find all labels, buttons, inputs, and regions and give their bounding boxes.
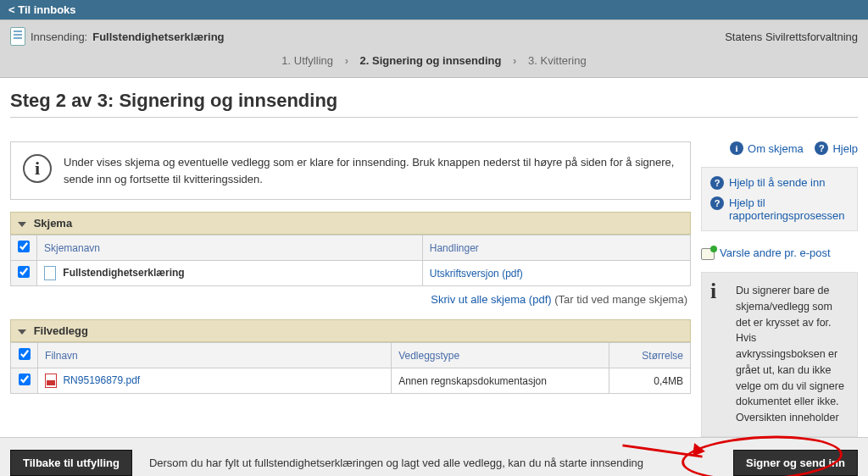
filvedlegg-select-all-checkbox[interactable] xyxy=(19,348,31,360)
notify-others-link[interactable]: Varsle andre pr. e-post xyxy=(720,246,831,260)
organization-label: Statens Sivilrettsforvaltning xyxy=(725,30,858,43)
page-heading-prefix: Steg 2 av 3: xyxy=(10,90,114,111)
filvedlegg-row: RN95196879.pdf Annen regnskapsdokumentas… xyxy=(11,368,691,394)
collapse-icon xyxy=(18,329,26,335)
print-version-link[interactable]: Utskriftsversjon (pdf) xyxy=(430,268,523,280)
step-3: 3. Kvittering xyxy=(523,54,592,67)
pdf-icon xyxy=(45,374,57,388)
header-title-label: Innsending: xyxy=(31,30,87,43)
filvedlegg-col-size[interactable]: Størrelse xyxy=(609,343,690,368)
skjema-col-check xyxy=(11,235,37,261)
signing-info-text: Du signerer bare de skjema/vedlegg som d… xyxy=(736,283,849,426)
print-all-row: Skriv ut alle skjema (pdf) (Tar tid ved … xyxy=(10,286,691,319)
info-icon: i xyxy=(710,283,729,302)
document-icon xyxy=(44,266,56,280)
skjema-col-actions[interactable]: Handlinger xyxy=(422,235,690,261)
chevron-icon: › xyxy=(342,54,352,67)
filvedlegg-col-type[interactable]: Vedleggstype xyxy=(392,343,609,368)
print-all-note: (Tar tid ved mange skjema) xyxy=(554,293,687,306)
filvedlegg-col-check xyxy=(11,343,38,368)
skjema-panel-header[interactable]: Skjema xyxy=(10,212,691,235)
back-to-filling-button[interactable]: Tilbake til utfylling xyxy=(10,450,132,476)
help-icon: ? xyxy=(710,176,724,190)
skjema-table: Skjemanavn Handlinger Fullstendighetserk… xyxy=(10,235,691,286)
info-box: i Under vises skjema og eventuelle vedle… xyxy=(10,141,691,200)
footer-bar: Tilbake til utfylling Dersom du har fylt… xyxy=(0,437,868,476)
help-send-link[interactable]: Hjelp til å sende inn xyxy=(729,176,825,190)
document-icon xyxy=(10,27,25,46)
signing-info-panel: i Du signerer bare de skjema/vedlegg som… xyxy=(701,272,858,437)
help-icon: ? xyxy=(710,196,724,210)
help-reporting-link[interactable]: Hjelp til rapporteringsprosessen xyxy=(729,196,849,222)
page-heading: Steg 2 av 3: Signering og innsending xyxy=(10,90,858,118)
filvedlegg-size: 0,4MB xyxy=(609,368,690,394)
chevron-icon: › xyxy=(509,54,520,67)
filvedlegg-type: Annen regnskapsdokumentasjon xyxy=(392,368,609,394)
print-all-link[interactable]: Skriv ut alle skjema (pdf) xyxy=(431,293,551,306)
skjema-row: Fullstendighetserklæring Utskriftsversjo… xyxy=(11,261,691,286)
step-indicator: 1. Utfylling › 2. Signering og innsendin… xyxy=(10,54,858,67)
skjema-col-name[interactable]: Skjemanavn xyxy=(37,235,423,261)
filvedlegg-panel-header[interactable]: Filvedlegg xyxy=(10,319,691,342)
info-icon: i xyxy=(730,141,743,155)
filvedlegg-col-name[interactable]: Filnavn xyxy=(38,343,392,368)
hjelp-link[interactable]: Hjelp xyxy=(832,142,858,155)
filename-link[interactable]: RN95196879.pdf xyxy=(63,374,140,386)
email-notify-icon xyxy=(701,248,715,260)
step-2: 2. Signering og innsending xyxy=(355,54,507,67)
om-skjema-link[interactable]: Om skjema xyxy=(748,142,804,155)
filvedlegg-table: Filnavn Vedleggstype Størrelse RN9519687… xyxy=(10,342,691,394)
skjema-row-checkbox[interactable] xyxy=(18,266,30,278)
filvedlegg-panel-title: Filvedlegg xyxy=(34,324,88,337)
skjema-panel-title: Skjema xyxy=(34,217,73,230)
header-title-value: Fullstendighetserklæring xyxy=(92,30,224,43)
skjema-name: Fullstendighetserklæring xyxy=(63,267,184,279)
help-icon: ? xyxy=(815,141,828,155)
info-text: Under vises skjema og eventuelle vedlegg… xyxy=(64,154,678,187)
collapse-icon xyxy=(18,222,26,227)
step-1[interactable]: 1. Utfylling xyxy=(276,54,338,67)
back-to-inbox-link[interactable]: < Til innboks xyxy=(8,3,76,16)
filvedlegg-row-checkbox[interactable] xyxy=(19,374,31,385)
header-area: Innsending: Fullstendighetserklæring Sta… xyxy=(0,19,868,78)
footer-instruction-text: Dersom du har fylt ut fullstendighetserk… xyxy=(149,450,716,472)
page-heading-bold: Signering og innsending xyxy=(119,90,337,111)
sign-and-send-button[interactable]: Signer og send inn xyxy=(733,450,858,476)
info-icon: i xyxy=(23,154,52,183)
skjema-select-all-checkbox[interactable] xyxy=(18,241,30,252)
topbar: < Til innboks xyxy=(0,0,868,19)
